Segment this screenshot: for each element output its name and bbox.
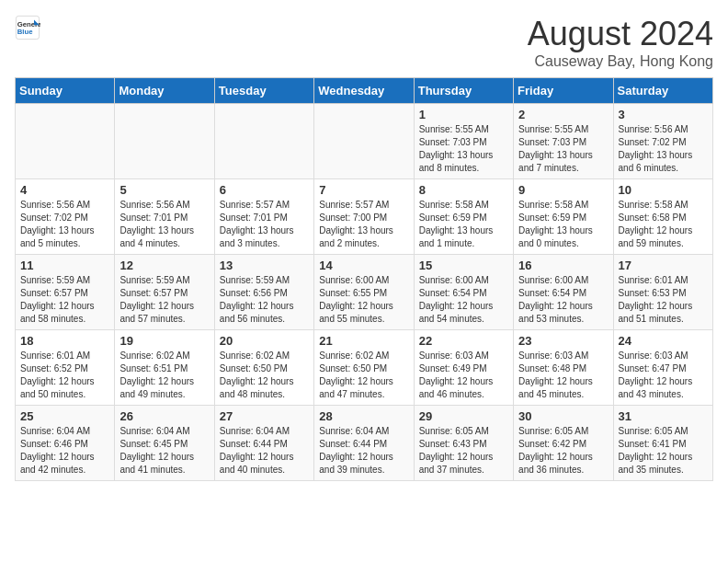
calendar-cell: 16Sunrise: 6:00 AM Sunset: 6:54 PM Dayli… [514, 255, 613, 330]
day-info: Sunrise: 6:03 AM Sunset: 6:49 PM Dayligh… [419, 350, 508, 401]
day-info: Sunrise: 5:59 AM Sunset: 6:56 PM Dayligh… [220, 274, 309, 326]
calendar-cell [214, 104, 313, 179]
day-info: Sunrise: 5:56 AM Sunset: 7:02 PM Dayligh… [20, 199, 109, 250]
day-number: 23 [518, 334, 608, 348]
calendar-cell: 21Sunrise: 6:02 AM Sunset: 6:50 PM Dayli… [314, 330, 414, 406]
calendar-week-row: 25Sunrise: 6:04 AM Sunset: 6:46 PM Dayli… [16, 406, 713, 481]
day-info: Sunrise: 5:55 AM Sunset: 7:03 PM Dayligh… [518, 123, 608, 175]
day-number: 29 [419, 409, 508, 423]
day-number: 9 [518, 183, 608, 197]
calendar-cell: 5Sunrise: 5:56 AM Sunset: 7:01 PM Daylig… [115, 179, 214, 255]
calendar-cell: 26Sunrise: 6:04 AM Sunset: 6:45 PM Dayli… [115, 406, 214, 481]
title-block: August 2024 Causeway Bay, Hong Kong [528, 15, 713, 70]
day-number: 2 [518, 108, 608, 121]
calendar-cell: 13Sunrise: 5:59 AM Sunset: 6:56 PM Dayli… [214, 255, 313, 330]
day-number: 14 [319, 259, 408, 272]
calendar-cell: 8Sunrise: 5:58 AM Sunset: 6:59 PM Daylig… [414, 179, 513, 255]
day-number: 1 [419, 108, 508, 121]
day-number: 20 [220, 334, 309, 348]
day-number: 22 [419, 334, 508, 348]
day-info: Sunrise: 6:01 AM Sunset: 6:53 PM Dayligh… [619, 274, 708, 326]
day-info: Sunrise: 6:02 AM Sunset: 6:50 PM Dayligh… [220, 350, 309, 401]
day-info: Sunrise: 6:05 AM Sunset: 6:43 PM Dayligh… [419, 425, 508, 477]
svg-text:Blue: Blue [17, 28, 33, 36]
day-info: Sunrise: 5:58 AM Sunset: 6:58 PM Dayligh… [619, 199, 708, 250]
calendar-cell: 18Sunrise: 6:01 AM Sunset: 6:52 PM Dayli… [16, 330, 115, 406]
calendar-cell: 10Sunrise: 5:58 AM Sunset: 6:58 PM Dayli… [613, 179, 712, 255]
page-header: General Blue August 2024 Causeway Bay, H… [15, 15, 713, 70]
day-number: 30 [518, 409, 608, 423]
calendar-cell: 17Sunrise: 6:01 AM Sunset: 6:53 PM Dayli… [613, 255, 712, 330]
calendar-cell: 22Sunrise: 6:03 AM Sunset: 6:49 PM Dayli… [414, 330, 513, 406]
day-number: 26 [119, 409, 209, 423]
calendar-table: SundayMondayTuesdayWednesdayThursdayFrid… [15, 77, 713, 481]
day-info: Sunrise: 5:58 AM Sunset: 6:59 PM Dayligh… [419, 199, 508, 250]
calendar-cell: 4Sunrise: 5:56 AM Sunset: 7:02 PM Daylig… [16, 179, 115, 255]
day-info: Sunrise: 6:00 AM Sunset: 6:54 PM Dayligh… [518, 274, 608, 326]
day-info: Sunrise: 6:04 AM Sunset: 6:46 PM Dayligh… [20, 425, 109, 477]
calendar-week-row: 4Sunrise: 5:56 AM Sunset: 7:02 PM Daylig… [16, 179, 713, 255]
day-number: 4 [20, 183, 109, 197]
calendar-cell: 3Sunrise: 5:56 AM Sunset: 7:02 PM Daylig… [613, 104, 712, 179]
day-number: 28 [319, 409, 408, 423]
calendar-cell: 9Sunrise: 5:58 AM Sunset: 6:59 PM Daylig… [514, 179, 613, 255]
day-number: 21 [319, 334, 408, 348]
header-wednesday: Wednesday [314, 78, 414, 104]
calendar-cell [314, 104, 414, 179]
month-year-title: August 2024 [528, 15, 713, 53]
location-subtitle: Causeway Bay, Hong Kong [528, 53, 713, 70]
calendar-cell [115, 104, 214, 179]
calendar-week-row: 11Sunrise: 5:59 AM Sunset: 6:57 PM Dayli… [16, 255, 713, 330]
day-info: Sunrise: 6:05 AM Sunset: 6:41 PM Dayligh… [619, 425, 708, 477]
day-info: Sunrise: 5:57 AM Sunset: 7:00 PM Dayligh… [319, 199, 408, 250]
day-info: Sunrise: 6:00 AM Sunset: 6:55 PM Dayligh… [319, 274, 408, 326]
day-number: 10 [619, 183, 708, 197]
calendar-header-row: SundayMondayTuesdayWednesdayThursdayFrid… [16, 78, 713, 104]
logo: General Blue [15, 15, 40, 40]
day-number: 24 [619, 334, 708, 348]
day-info: Sunrise: 6:03 AM Sunset: 6:47 PM Dayligh… [619, 350, 708, 401]
calendar-cell [16, 104, 115, 179]
day-number: 25 [20, 409, 109, 423]
calendar-week-row: 1Sunrise: 5:55 AM Sunset: 7:03 PM Daylig… [16, 104, 713, 179]
calendar-cell: 29Sunrise: 6:05 AM Sunset: 6:43 PM Dayli… [414, 406, 513, 481]
day-number: 31 [619, 409, 708, 423]
calendar-cell: 12Sunrise: 5:59 AM Sunset: 6:57 PM Dayli… [115, 255, 214, 330]
day-info: Sunrise: 5:56 AM Sunset: 7:01 PM Dayligh… [119, 199, 209, 250]
header-saturday: Saturday [613, 78, 712, 104]
day-number: 6 [220, 183, 309, 197]
day-info: Sunrise: 6:04 AM Sunset: 6:44 PM Dayligh… [319, 425, 408, 477]
logo-icon: General Blue [15, 15, 40, 40]
day-info: Sunrise: 6:05 AM Sunset: 6:42 PM Dayligh… [518, 425, 608, 477]
header-thursday: Thursday [414, 78, 513, 104]
day-info: Sunrise: 6:03 AM Sunset: 6:48 PM Dayligh… [518, 350, 608, 401]
calendar-cell: 24Sunrise: 6:03 AM Sunset: 6:47 PM Dayli… [613, 330, 712, 406]
header-monday: Monday [115, 78, 214, 104]
day-number: 12 [119, 259, 209, 272]
day-info: Sunrise: 5:55 AM Sunset: 7:03 PM Dayligh… [419, 123, 508, 175]
day-number: 5 [119, 183, 209, 197]
calendar-week-row: 18Sunrise: 6:01 AM Sunset: 6:52 PM Dayli… [16, 330, 713, 406]
day-info: Sunrise: 5:59 AM Sunset: 6:57 PM Dayligh… [20, 274, 109, 326]
day-info: Sunrise: 6:01 AM Sunset: 6:52 PM Dayligh… [20, 350, 109, 401]
day-number: 3 [619, 108, 708, 121]
calendar-cell: 15Sunrise: 6:00 AM Sunset: 6:54 PM Dayli… [414, 255, 513, 330]
calendar-cell: 23Sunrise: 6:03 AM Sunset: 6:48 PM Dayli… [514, 330, 613, 406]
day-info: Sunrise: 5:56 AM Sunset: 7:02 PM Dayligh… [619, 123, 708, 175]
calendar-cell: 30Sunrise: 6:05 AM Sunset: 6:42 PM Dayli… [514, 406, 613, 481]
day-number: 11 [20, 259, 109, 272]
header-friday: Friday [514, 78, 613, 104]
day-number: 7 [319, 183, 408, 197]
day-info: Sunrise: 5:59 AM Sunset: 6:57 PM Dayligh… [119, 274, 209, 326]
day-number: 19 [119, 334, 209, 348]
day-info: Sunrise: 6:02 AM Sunset: 6:51 PM Dayligh… [119, 350, 209, 401]
calendar-cell: 6Sunrise: 5:57 AM Sunset: 7:01 PM Daylig… [214, 179, 313, 255]
day-number: 16 [518, 259, 608, 272]
header-tuesday: Tuesday [214, 78, 313, 104]
day-number: 15 [419, 259, 508, 272]
calendar-cell: 1Sunrise: 5:55 AM Sunset: 7:03 PM Daylig… [414, 104, 513, 179]
calendar-cell: 19Sunrise: 6:02 AM Sunset: 6:51 PM Dayli… [115, 330, 214, 406]
calendar-cell: 28Sunrise: 6:04 AM Sunset: 6:44 PM Dayli… [314, 406, 414, 481]
day-info: Sunrise: 6:04 AM Sunset: 6:45 PM Dayligh… [119, 425, 209, 477]
day-info: Sunrise: 5:58 AM Sunset: 6:59 PM Dayligh… [518, 199, 608, 250]
